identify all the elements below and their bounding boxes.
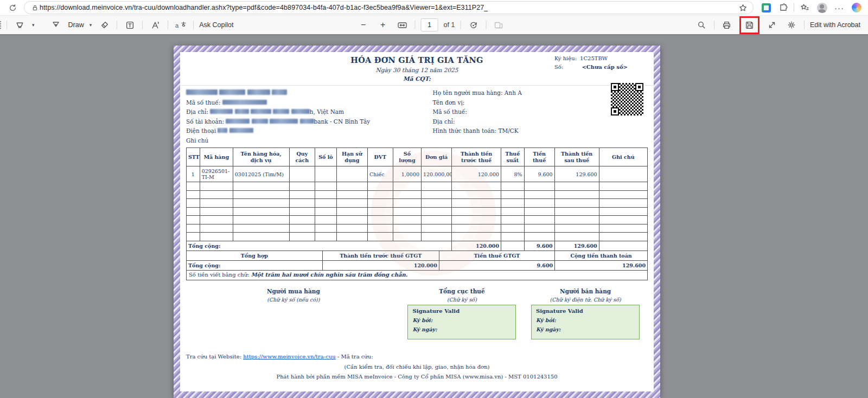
cell-so-lo — [315, 166, 337, 182]
search-icon[interactable] — [694, 18, 709, 31]
table-empty-cell — [422, 182, 452, 191]
table-empty-cell — [422, 190, 452, 199]
table-empty-cell — [315, 216, 337, 224]
table-empty-cell — [315, 224, 337, 233]
draw-label[interactable]: Draw — [68, 21, 84, 29]
signed-by-label: Ký bởi: — [412, 317, 511, 323]
copilot-icon[interactable] — [850, 1, 864, 14]
signature-valid-label: Signature Valid — [536, 308, 635, 314]
table-empty-row — [187, 190, 648, 199]
url-bar[interactable]: https://download.meinvoice.vn/tra-cuu/do… — [24, 1, 754, 14]
highlight-chevron-icon[interactable]: ▾ — [32, 22, 35, 28]
draw-pen-icon[interactable] — [49, 18, 63, 31]
table-empty-cell — [315, 233, 337, 241]
zoom-out-icon[interactable]: − — [356, 18, 371, 31]
summary-value-row: Tổng cộng: 120.000 9.600 129.600 — [187, 260, 648, 270]
signature-valid-label: Signature Valid — [412, 308, 511, 314]
table-empty-cell — [200, 182, 233, 191]
invoice-footer: Tra cứu tại Website: https://www.meinvoi… — [186, 354, 648, 380]
buyer-signature-title: Người mua hàng — [186, 288, 401, 294]
fullscreen-icon[interactable] — [765, 18, 779, 31]
amount-in-words-row: Số tiền viết bằng chữ: Một trăm hai mươi… — [186, 271, 648, 280]
browser-menu-icon[interactable]: ··· — [832, 1, 846, 14]
lookup-link[interactable]: https://www.meinvoice.vn/tra-cuu — [243, 354, 335, 360]
favorite-star-icon[interactable] — [736, 1, 750, 14]
col-dvt: ĐVT — [368, 148, 393, 166]
table-empty-cell — [524, 199, 554, 208]
extensions-puzzle-icon[interactable] — [776, 1, 790, 14]
pdf-viewer[interactable]: HÓA ĐƠN GIÁ TRỊ GIA TĂNG Ngày 30 tháng 1… — [0, 34, 868, 398]
summary-header-row: Tổng hợp Thành tiền trước thuế GTGT Tiền… — [187, 251, 648, 260]
table-empty-cell — [422, 207, 452, 216]
seller-signature-box: Signature Valid Ký bởi: Ký ngày: — [531, 305, 640, 339]
table-empty-cell — [289, 233, 315, 241]
table-empty-cell — [554, 182, 599, 191]
table-empty-cell — [452, 216, 501, 224]
print-icon[interactable] — [720, 18, 734, 31]
table-empty-cell — [393, 190, 421, 199]
table-empty-cell — [452, 182, 501, 191]
table-empty-cell — [233, 199, 289, 208]
table-empty-cell — [368, 190, 393, 199]
table-empty-cell — [336, 182, 367, 191]
col-ghi-chu: Ghi chú — [599, 148, 647, 166]
zoom-in-icon[interactable]: + — [376, 18, 390, 31]
ask-copilot-button[interactable]: Ask Copilot — [199, 21, 233, 29]
cell-tien-thue: 9.600 — [524, 166, 554, 182]
table-empty-cell — [200, 207, 233, 216]
cell-thanh-tien-truoc-thue: 120.000 — [452, 166, 501, 182]
draw-chevron-icon[interactable]: ▾ — [90, 22, 92, 28]
lookup-prefix: Tra cứu tại Website: — [186, 354, 241, 360]
amount-in-words-label: Số tiền viết bằng chữ: — [189, 272, 250, 278]
table-empty-cell — [524, 182, 554, 191]
read-aloud-icon[interactable] — [148, 18, 162, 31]
profile-avatar[interactable] — [815, 1, 829, 14]
favorites-hub-icon[interactable] — [797, 1, 812, 14]
highlight-icon[interactable] — [12, 18, 27, 31]
table-empty-row — [187, 224, 648, 233]
cell-thanh-tien-sau-thue: 129.600 — [554, 166, 599, 182]
table-empty-cell — [554, 224, 599, 233]
signature-section: Người mua hàng (Chữ ký số (nếu có)) Tổng… — [186, 288, 648, 339]
signed-date-label: Ký ngày: — [536, 326, 635, 332]
check-note: (Cần kiểm tra, đối chiếu khi lập, giao, … — [186, 364, 648, 370]
translate-extension-icon[interactable] — [759, 1, 773, 14]
table-empty-cell — [501, 216, 525, 224]
table-empty-cell — [422, 216, 452, 224]
summary-tax: 9.600 — [439, 260, 554, 270]
save-icon[interactable] — [742, 18, 756, 31]
text-box-icon[interactable] — [123, 18, 137, 31]
header-separator — [180, 85, 654, 86]
summary-col-tax: Tiền thuế GTGT — [439, 251, 554, 260]
signed-date-label: Ký ngày: — [412, 326, 511, 332]
seller-signature-subtitle: (Chữ ký điện tử, Chữ ký số) — [523, 297, 648, 303]
fit-width-icon[interactable] — [395, 18, 410, 31]
rotate-icon[interactable] — [466, 18, 480, 31]
summary-col-total: Cộng tiền thanh toán — [555, 251, 648, 260]
seller-address-suffix: h, Việt Nam — [310, 108, 344, 115]
table-empty-cell — [501, 182, 525, 191]
settings-gear-icon[interactable] — [784, 18, 799, 31]
col-thanh-tien-sau-thue: Thành tiền sau thuế — [554, 148, 599, 166]
url-text[interactable]: https://download.meinvoice.vn/tra-cuu/do… — [40, 4, 736, 11]
invoice-ma-cqt: Mã CQT: — [186, 75, 648, 82]
table-empty-cell — [554, 190, 599, 199]
translate-icon[interactable]: a — [174, 18, 188, 31]
eraser-icon[interactable] — [97, 18, 111, 31]
ky-hieu-label: Ký hiệu: — [554, 55, 577, 61]
col-so-lo: Số lô — [315, 148, 337, 166]
table-empty-cell — [368, 207, 393, 216]
site-permissions-lock-icon[interactable] — [30, 1, 40, 14]
seller-account-label: Số tài khoản: — [186, 118, 224, 125]
summary-total: 129.600 — [555, 260, 648, 270]
table-empty-cell — [289, 224, 315, 233]
table-empty-cell — [524, 216, 554, 224]
cell-ten-hang: 03012025 (Tim/M) — [233, 166, 289, 182]
seller-name-redacted — [186, 88, 426, 98]
page-number-input[interactable] — [421, 18, 438, 31]
table-empty-cell — [200, 216, 233, 224]
edit-with-acrobat-button[interactable]: Edit with Acrobat — [810, 21, 860, 29]
table-empty-cell — [336, 207, 367, 216]
refresh-icon[interactable] — [5, 1, 20, 14]
table-empty-cell — [599, 224, 647, 233]
